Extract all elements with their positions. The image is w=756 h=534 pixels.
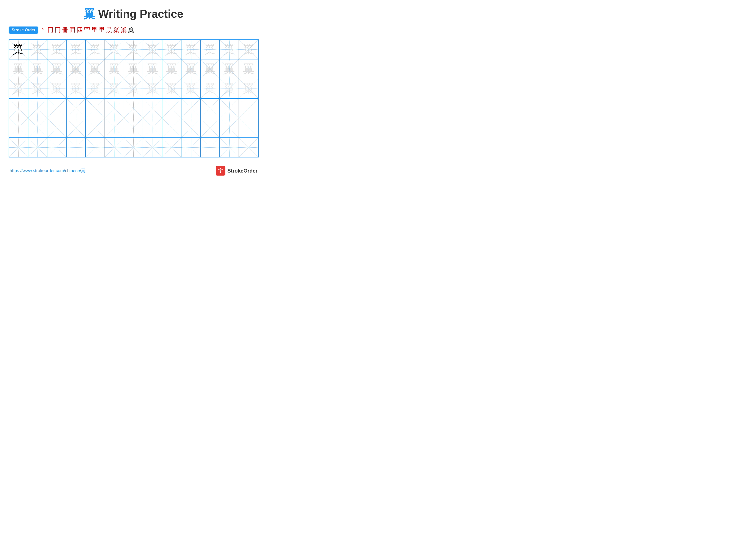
grid-cell-2-3: 罺: [47, 60, 67, 79]
footer: https://www.strokeorder.com/chinese/罺 字 …: [9, 166, 258, 176]
grid-cell-4-2[interactable]: [28, 99, 47, 118]
stroke-steps: 丶 冂 冂 冊 囲 四 罒 里 里 黒 罺 罺 罺: [40, 26, 134, 34]
grid-cell-4-4[interactable]: [67, 99, 86, 118]
grid-cell-5-5[interactable]: [86, 118, 105, 138]
grid-row-6: [9, 138, 258, 157]
grid-cell-4-13[interactable]: [239, 99, 258, 118]
grid-cell-3-9: 罺: [162, 79, 181, 98]
stroke-9: 里: [99, 26, 105, 34]
grid-cell-4-6[interactable]: [105, 99, 124, 118]
grid-cell-1-13: 罺: [239, 40, 258, 59]
grid-cell-5-4[interactable]: [67, 118, 86, 138]
grid-cell-1-7: 罺: [124, 40, 143, 59]
grid-cell-2-12: 罺: [220, 60, 239, 79]
grid-cell-6-1[interactable]: [9, 138, 28, 157]
grid-cell-4-10[interactable]: [181, 99, 201, 118]
grid-cell-2-13: 罺: [239, 60, 258, 79]
grid-cell-1-3: 罺: [47, 40, 67, 59]
grid-cell-5-7[interactable]: [124, 118, 143, 138]
title-text: Writing Practice: [95, 8, 183, 20]
grid-cell-1-2: 罺: [28, 40, 47, 59]
grid-cell-6-8[interactable]: [143, 138, 162, 157]
grid-cell-5-2[interactable]: [28, 118, 47, 138]
grid-cell-1-1: 罺: [9, 40, 28, 59]
grid-cell-2-9: 罺: [162, 60, 181, 79]
grid-cell-6-11[interactable]: [201, 138, 220, 157]
grid-row-1: 罺 罺 罺 罺 罺 罺 罺 罺 罺 罺 罺 罺 罺: [9, 40, 258, 60]
grid-cell-4-7[interactable]: [124, 99, 143, 118]
grid-cell-3-13: 罺: [239, 79, 258, 98]
grid-cell-4-11[interactable]: [201, 99, 220, 118]
grid-cell-5-6[interactable]: [105, 118, 124, 138]
stroke-8: 里: [92, 26, 97, 34]
grid-cell-3-1: 罺: [9, 79, 28, 98]
grid-cell-2-1: 罺: [9, 60, 28, 79]
grid-cell-6-10[interactable]: [181, 138, 201, 157]
grid-cell-5-11[interactable]: [201, 118, 220, 138]
grid-cell-2-8: 罺: [143, 60, 162, 79]
grid-cell-6-7[interactable]: [124, 138, 143, 157]
grid-cell-4-12[interactable]: [220, 99, 239, 118]
grid-cell-4-8[interactable]: [143, 99, 162, 118]
stroke-order-row: Stroke Order 丶 冂 冂 冊 囲 四 罒 里 里 黒 罺 罺 罺: [9, 26, 258, 34]
grid-cell-1-4: 罺: [67, 40, 86, 59]
grid-cell-3-11: 罺: [201, 79, 220, 98]
char-solid: 罺: [13, 44, 24, 55]
grid-row-2: 罺 罺 罺 罺 罺 罺 罺 罺 罺 罺 罺 罺 罺: [9, 60, 258, 79]
grid-cell-1-8: 罺: [143, 40, 162, 59]
grid-cell-5-9[interactable]: [162, 118, 181, 138]
stroke-order-badge: Stroke Order: [9, 27, 39, 34]
grid-cell-6-5[interactable]: [86, 138, 105, 157]
grid-cell-2-5: 罺: [86, 60, 105, 79]
grid-cell-4-1[interactable]: [9, 99, 28, 118]
grid-row-4: [9, 99, 258, 118]
grid-cell-6-2[interactable]: [28, 138, 47, 157]
brand-name: StrokeOrder: [228, 168, 257, 174]
grid-cell-4-9[interactable]: [162, 99, 181, 118]
grid-cell-4-3[interactable]: [47, 99, 67, 118]
grid-cell-6-3[interactable]: [47, 138, 67, 157]
grid-cell-1-6: 罺: [105, 40, 124, 59]
grid-cell-3-12: 罺: [220, 79, 239, 98]
grid-cell-3-4: 罺: [67, 79, 86, 98]
grid-cell-3-8: 罺: [143, 79, 162, 98]
grid-cell-1-12: 罺: [220, 40, 239, 59]
grid-cell-1-5: 罺: [86, 40, 105, 59]
grid-cell-5-12[interactable]: [220, 118, 239, 138]
grid-cell-6-4[interactable]: [67, 138, 86, 157]
practice-grid: 罺 罺 罺 罺 罺 罺 罺 罺 罺 罺 罺 罺 罺 罺 罺 罺 罺 罺 罺 罺 …: [9, 39, 258, 158]
stroke-3: 冂: [55, 26, 61, 34]
grid-cell-5-13[interactable]: [239, 118, 258, 138]
stroke-10: 黒: [106, 26, 112, 34]
grid-cell-2-7: 罺: [124, 60, 143, 79]
grid-cell-2-4: 罺: [67, 60, 86, 79]
stroke-11: 罺: [113, 26, 120, 34]
stroke-12: 罺: [121, 26, 127, 34]
grid-cell-2-2: 罺: [28, 60, 47, 79]
grid-cell-2-11: 罺: [201, 60, 220, 79]
grid-row-5: [9, 118, 258, 138]
grid-cell-6-6[interactable]: [105, 138, 124, 157]
grid-cell-3-3: 罺: [47, 79, 67, 98]
grid-cell-6-13[interactable]: [239, 138, 258, 157]
grid-cell-4-5[interactable]: [86, 99, 105, 118]
grid-cell-3-10: 罺: [181, 79, 201, 98]
stroke-4: 冊: [62, 26, 68, 34]
grid-cell-3-2: 罺: [28, 79, 47, 98]
grid-cell-1-11: 罺: [201, 40, 220, 59]
stroke-2: 冂: [47, 26, 53, 34]
grid-row-3: 罺 罺 罺 罺 罺 罺 罺 罺 罺 罺 罺 罺 罺: [9, 79, 258, 99]
grid-cell-5-8[interactable]: [143, 118, 162, 138]
grid-cell-3-6: 罺: [105, 79, 124, 98]
brand-icon: 字: [216, 166, 225, 176]
footer-brand: 字 StrokeOrder: [216, 166, 257, 176]
grid-cell-5-3[interactable]: [47, 118, 67, 138]
grid-cell-5-1[interactable]: [9, 118, 28, 138]
grid-cell-6-9[interactable]: [162, 138, 181, 157]
stroke-6: 四: [77, 26, 83, 34]
grid-cell-2-6: 罺: [105, 60, 124, 79]
grid-cell-3-7: 罺: [124, 79, 143, 98]
grid-cell-6-12[interactable]: [220, 138, 239, 157]
title-char: 罺: [84, 8, 95, 20]
grid-cell-5-10[interactable]: [181, 118, 201, 138]
